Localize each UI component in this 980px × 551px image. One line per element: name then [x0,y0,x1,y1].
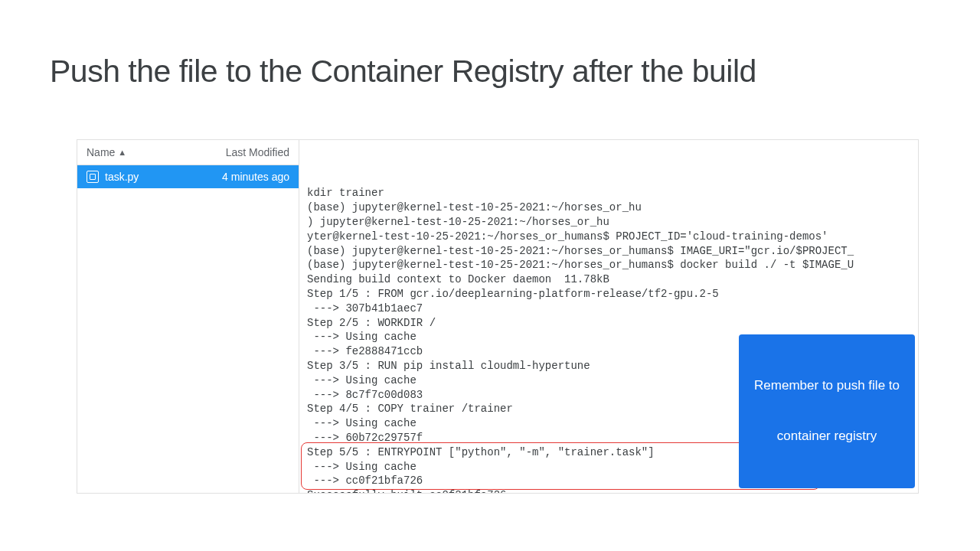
content-panel: Name ▲ Last Modified task.py 4 minutes a… [77,139,919,494]
terminal-line: yter@kernel-test-10-25-2021:~/horses_or_… [307,230,910,244]
file-row-selected[interactable]: task.py 4 minutes ago [77,165,299,188]
slide-title: Push the file to the Container Registry … [0,0,980,90]
file-browser-header: Name ▲ Last Modified [77,140,299,165]
col-modified-header[interactable]: Last Modified [226,146,289,158]
terminal-line: Step 2/5 : WORKDIR / [307,316,910,331]
col-name-label: Name [87,146,115,158]
terminal-line: (base) jupyter@kernel-test-10-25-2021:~/… [307,258,910,272]
python-file-icon [87,171,99,183]
terminal-line: Step 1/5 : FROM gcr.io/deeplearning-plat… [307,287,910,302]
terminal-line: ) jupyter@kernel-test-10-25-2021:~/horse… [307,215,910,230]
terminal-output[interactable]: kdir trainer(base) jupyter@kernel-test-1… [299,140,918,493]
col-name-header[interactable]: Name ▲ [87,146,226,158]
terminal-line: (base) jupyter@kernel-test-10-25-2021:~/… [307,201,910,215]
file-browser: Name ▲ Last Modified task.py 4 minutes a… [77,140,299,493]
terminal-line: kdir trainer [307,186,910,201]
terminal-line: (base) jupyter@kernel-test-10-25-2021:~/… [307,244,910,259]
terminal-line: Successfully built cc0f21bfa726 [307,488,910,493]
terminal-line: ---> 307b41b1aec7 [307,302,910,316]
file-name: task.py [105,171,222,183]
file-modified: 4 minutes ago [222,171,289,183]
sort-asc-icon: ▲ [118,148,126,157]
callout-connector-line [745,373,746,455]
callout-line1: Remember to push file to [754,377,900,394]
callout-box: Remember to push file to container regis… [739,334,915,488]
callout-line2: container registry [754,428,900,445]
terminal-line: Sending build context to Docker daemon 1… [307,272,910,287]
